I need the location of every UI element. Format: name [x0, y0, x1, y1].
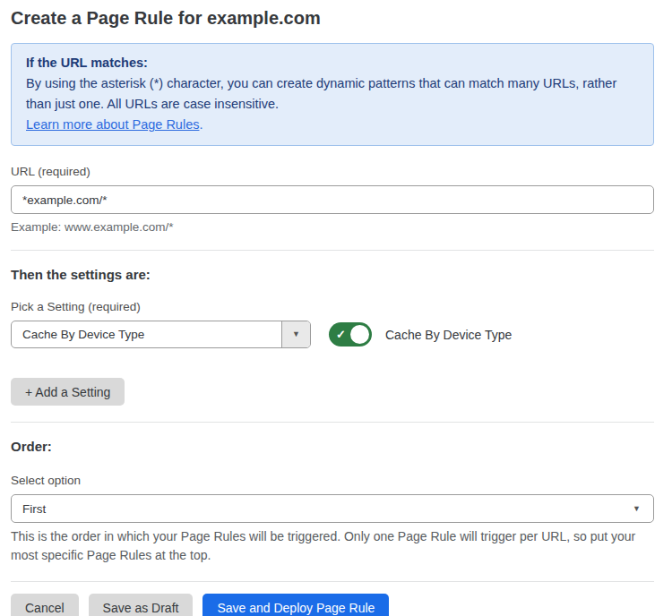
toggle-knob	[350, 325, 369, 344]
setting-select-value: Cache By Device Type	[12, 321, 281, 347]
divider	[11, 250, 654, 251]
chevron-down-icon: ▼	[292, 330, 300, 338]
page-rule-form: Create a Page Rule for example.com If th…	[0, 0, 672, 616]
link-period: .	[199, 117, 202, 132]
add-setting-button[interactable]: + Add a Setting	[11, 378, 125, 406]
cancel-button[interactable]: Cancel	[11, 594, 79, 616]
info-box-heading: If the URL matches:	[26, 53, 639, 73]
info-box-link-line: Learn more about Page Rules.	[26, 115, 639, 135]
url-input[interactable]	[11, 185, 654, 214]
footer-actions: Cancel Save as Draft Save and Deploy Pag…	[11, 594, 654, 616]
url-match-info-box: If the URL matches: By using the asteris…	[11, 43, 654, 146]
url-field-label: URL (required)	[11, 165, 654, 178]
save-draft-button[interactable]: Save as Draft	[89, 594, 194, 616]
order-help-text: This is the order in which your Page Rul…	[11, 527, 654, 565]
order-section-heading: Order:	[11, 439, 654, 454]
learn-more-link[interactable]: Learn more about Page Rules	[26, 117, 199, 132]
info-box-body: By using the asterisk (*) character, you…	[26, 73, 639, 115]
setting-toggle-label: Cache By Device Type	[385, 328, 512, 342]
order-select-label: Select option	[11, 474, 654, 487]
divider	[11, 422, 654, 423]
setting-select[interactable]: Cache By Device Type ▼	[11, 321, 311, 348]
order-select-value: First	[22, 502, 46, 516]
pick-setting-label: Pick a Setting (required)	[11, 300, 654, 313]
save-deploy-button[interactable]: Save and Deploy Page Rule	[202, 594, 389, 616]
check-icon: ✓	[336, 329, 346, 340]
setting-toggle[interactable]: ✓	[329, 322, 372, 346]
setting-select-arrow-button[interactable]: ▼	[281, 321, 310, 347]
page-title: Create a Page Rule for example.com	[11, 7, 654, 29]
order-select[interactable]: First ▼	[11, 494, 654, 523]
chevron-down-icon: ▼	[633, 505, 641, 513]
setting-row: Cache By Device Type ▼ ✓ Cache By Device…	[11, 321, 654, 348]
divider	[11, 581, 654, 582]
settings-section-heading: Then the settings are:	[11, 267, 654, 282]
url-example-text: Example: www.example.com/*	[11, 220, 654, 234]
